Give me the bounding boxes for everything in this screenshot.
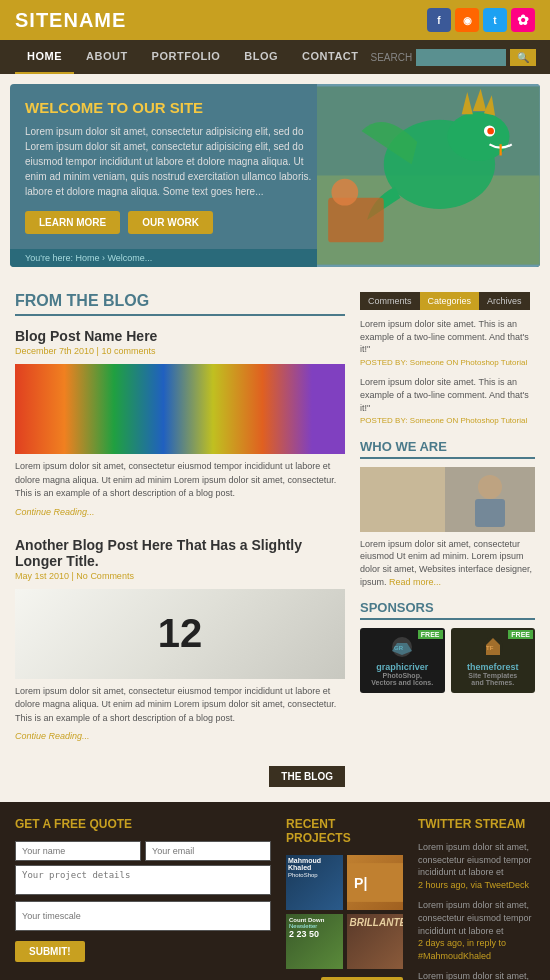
who-readmore[interactable]: Read more... — [389, 577, 441, 587]
social-icons: f ◉ t ✿ — [427, 8, 535, 32]
name-email-row — [15, 841, 271, 861]
tweet-2: Lorem ipsum dolor sit amet, consectetur … — [418, 899, 535, 962]
svg-point-11 — [332, 179, 359, 206]
project-1-name: Mahmoud KhaledPhotoShop — [286, 855, 343, 880]
svg-text:P|: P| — [354, 875, 367, 891]
breadcrumb-text: You're here: Home › Welcome... — [25, 253, 152, 263]
tweet-1: Lorem ipsum dolor sit amet, consectetur … — [418, 841, 535, 891]
search-input[interactable] — [416, 49, 506, 66]
site-title: SITENAME — [15, 9, 126, 32]
projects-grid: Mahmoud KhaledPhotoShop P| Count Down Ne… — [286, 855, 403, 969]
svg-rect-16 — [445, 467, 535, 532]
tweet-1-link[interactable]: 2 hours ago, via TweetDeck — [418, 880, 529, 890]
dragon-illustration — [317, 84, 540, 267]
blog-post-2: Another Blog Post Here That Has a Slight… — [15, 537, 345, 742]
submit-button[interactable]: SUBMIT! — [15, 941, 85, 962]
sponsor-1-name: graphicriver — [376, 662, 428, 672]
sponsor-1-sub: PhotoShop,Vectors and Icons. — [371, 672, 433, 686]
blog-section: FROM THE BLOG Blog Post Name Here Decemb… — [15, 292, 345, 787]
twitter-title: TWITTER STREAM — [418, 817, 535, 831]
twitter-section: TWITTER STREAM Lorem ipsum dolor sit ame… — [418, 817, 535, 980]
projects-section: RECENT PROJECTS Mahmoud KhaledPhotoShop … — [286, 817, 403, 980]
post-2-image: 12 — [15, 589, 345, 679]
sponsor-2-tag: FREE — [508, 630, 533, 639]
svg-rect-13 — [360, 467, 445, 532]
our-work-button[interactable]: OUR WORK — [128, 211, 213, 234]
sponsors-title: SPONSORS — [360, 600, 535, 620]
search-area: SEARCH 🔍 — [371, 49, 537, 66]
tweet-1-text: Lorem ipsum dolor sit amet, consectetur … — [418, 842, 532, 877]
sponsors-grid: FREE GR graphicriver PhotoShop,Vectors a… — [360, 628, 535, 693]
quote-title: GET A FREE QUOTE — [15, 817, 271, 831]
details-input[interactable] — [15, 865, 271, 895]
tweet-2-link[interactable]: 2 days ago, in reply to #MahmoudKhaled — [418, 938, 506, 961]
graphicriver-sponsor[interactable]: FREE GR graphicriver PhotoShop,Vectors a… — [360, 628, 445, 693]
project-2[interactable]: P| — [347, 855, 404, 910]
hero-text: Lorem ipsum dolor sit amet, consectetur … — [25, 124, 313, 199]
nav: HOME ABOUT PORTFOLIO BLOG CONTACT SEARCH… — [0, 40, 550, 74]
post-1-meta: December 7th 2010 | 10 comments — [15, 346, 345, 356]
project-2-image: P| — [347, 855, 404, 910]
header: SITENAME f ◉ t ✿ — [0, 0, 550, 40]
post-2-readmore[interactable]: Contiue Reading... — [15, 731, 90, 741]
nav-home[interactable]: HOME — [15, 40, 74, 74]
post-1-readmore[interactable]: Continue Reading... — [15, 507, 95, 517]
project-1[interactable]: Mahmoud KhaledPhotoShop — [286, 855, 343, 910]
comments-tabs: Comments Categories Archives — [360, 292, 535, 310]
comment-1-text: Lorem ipsum dolor site amet. This is an … — [360, 319, 529, 354]
post-2-text: Lorem ipsum dolor sit amet, consectetur … — [15, 685, 345, 726]
comments-tab[interactable]: Comments — [360, 292, 420, 310]
svg-point-5 — [488, 128, 495, 135]
projects-title: RECENT PROJECTS — [286, 817, 403, 845]
comment-1-by: POSTED BY: Someone ON Photoshop Tutorial — [360, 358, 527, 367]
nav-about[interactable]: ABOUT — [74, 40, 140, 74]
learn-more-button[interactable]: LEARN MORE — [25, 211, 120, 234]
comment-2: Lorem ipsum dolor site amet. This is an … — [360, 376, 535, 426]
nav-blog[interactable]: BLOG — [232, 40, 290, 74]
name-input[interactable] — [15, 841, 141, 861]
tweet-3-text: Lorem ipsum dolor sit amet, consectetur … — [418, 971, 532, 980]
comment-2-by: POSTED BY: Someone ON Photoshop Tutorial — [360, 416, 527, 425]
facebook-icon[interactable]: f — [427, 8, 451, 32]
post-1-image — [15, 364, 345, 454]
post-2-title: Another Blog Post Here That Has a Slight… — [15, 537, 345, 569]
post-1-title: Blog Post Name Here — [15, 328, 345, 344]
timescale-input[interactable] — [15, 901, 271, 931]
sponsor-1-tag: FREE — [418, 630, 443, 639]
project-4[interactable]: BRILLANTE — [347, 914, 404, 969]
themeforest-logo: TF — [478, 635, 508, 660]
who-we-are-image — [360, 467, 535, 532]
footer-main: GET A FREE QUOTE SUBMIT! RECENT PROJECTS… — [0, 802, 550, 980]
tweet-3: Lorem ipsum dolor sit amet, consectetur … — [418, 970, 535, 980]
hero-title: WELCOME TO OUR SITE — [25, 99, 313, 116]
rss-icon[interactable]: ◉ — [455, 8, 479, 32]
the-blog-button[interactable]: THE BLOG — [269, 766, 345, 787]
nav-portfolio[interactable]: PORTFOLIO — [140, 40, 233, 74]
email-input[interactable] — [145, 841, 271, 861]
sponsor-2-sub: Site Templatesand Themes. — [468, 672, 517, 686]
main-content: FROM THE BLOG Blog Post Name Here Decemb… — [0, 277, 550, 802]
search-button[interactable]: 🔍 — [510, 49, 536, 66]
post-2-meta: May 1st 2010 | No Comments — [15, 571, 345, 581]
pencils-image — [15, 364, 345, 454]
nav-contact[interactable]: CONTACT — [290, 40, 370, 74]
who-image-svg — [360, 467, 535, 532]
svg-text:GR: GR — [394, 645, 404, 651]
archives-tab[interactable]: Archives — [479, 292, 530, 310]
sponsor-2-name: themeforest — [467, 662, 519, 672]
themeforest-sponsor[interactable]: FREE TF themeforest Site Templatesand Th… — [451, 628, 536, 693]
hero-buttons: LEARN MORE OUR WORK — [25, 211, 313, 234]
who-we-are-title: WHO WE ARE — [360, 439, 535, 459]
blog-section-title: FROM THE BLOG — [15, 292, 345, 316]
twitter-icon[interactable]: t — [483, 8, 507, 32]
flickr-icon[interactable]: ✿ — [511, 8, 535, 32]
categories-tab[interactable]: Categories — [420, 292, 480, 310]
graphicriver-logo: GR — [387, 635, 417, 660]
blog-post-1: Blog Post Name Here December 7th 2010 | … — [15, 328, 345, 517]
comment-2-text: Lorem ipsum dolor site amet. This is an … — [360, 377, 529, 412]
sidebar: Comments Categories Archives Lorem ipsum… — [360, 292, 535, 787]
svg-text:TF: TF — [486, 645, 494, 651]
hero-content: WELCOME TO OUR SITE Lorem ipsum dolor si… — [10, 84, 328, 249]
project-3[interactable]: Count Down Newsletter 2 23 50 — [286, 914, 343, 969]
who-text: Lorem ipsum dolor sit amet, consectetur … — [360, 538, 535, 588]
